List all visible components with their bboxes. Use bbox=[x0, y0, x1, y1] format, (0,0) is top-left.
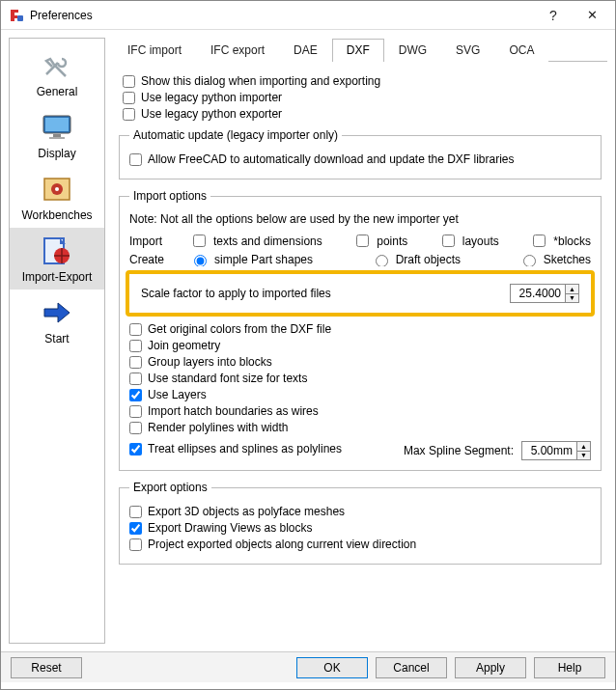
max-spline-input[interactable] bbox=[522, 442, 576, 459]
sidebar-item-start[interactable]: Start bbox=[10, 290, 104, 351]
titlebar: Preferences ? ✕ bbox=[1, 1, 615, 30]
check-project-direction[interactable]: Project exported objects along current v… bbox=[129, 538, 591, 551]
svg-rect-2 bbox=[45, 118, 69, 131]
check-layouts[interactable]: layouts bbox=[438, 232, 499, 250]
scale-factor-spinner[interactable]: ▲▼ bbox=[510, 284, 579, 303]
tab-svg[interactable]: SVG bbox=[441, 39, 494, 62]
check-polyface[interactable]: Export 3D objects as polyface meshes bbox=[129, 505, 591, 518]
label-import: Import bbox=[129, 235, 178, 248]
scale-factor-input[interactable] bbox=[511, 285, 565, 302]
sidebar-item-import-export[interactable]: Import-Export bbox=[10, 228, 104, 290]
highlight-scale-factor: Scale factor to apply to imported files … bbox=[126, 270, 595, 317]
apply-button[interactable]: Apply bbox=[455, 657, 526, 678]
sidebar-item-label: Display bbox=[38, 147, 75, 160]
label-create: Create bbox=[129, 253, 178, 266]
check-legacy-importer[interactable]: Use legacy python importer bbox=[123, 91, 602, 104]
check-show-dialog[interactable]: Show this dialog when importing and expo… bbox=[123, 74, 602, 88]
check-allow-download[interactable]: Allow FreeCAD to automatically download … bbox=[129, 152, 591, 166]
cancel-button[interactable]: Cancel bbox=[376, 657, 447, 678]
check-original-colors[interactable]: Get original colors from the DXF file bbox=[129, 322, 591, 336]
sidebar-item-label: Start bbox=[44, 332, 69, 345]
sidebar: General Display Workbenches Import-Expor… bbox=[9, 38, 105, 644]
tab-dwg[interactable]: DWG bbox=[384, 39, 441, 62]
tools-icon bbox=[38, 48, 76, 83]
arrow-right-icon bbox=[38, 295, 76, 330]
help-button[interactable]: Help bbox=[534, 657, 605, 678]
sidebar-item-label: Workbenches bbox=[21, 208, 92, 222]
svg-rect-3 bbox=[53, 134, 61, 137]
window-title: Preferences bbox=[30, 9, 536, 22]
label-max-spline: Max Spline Segment: bbox=[404, 444, 514, 457]
radio-simple[interactable]: simple Part shapes bbox=[189, 253, 313, 266]
spin-down-icon[interactable]: ▼ bbox=[577, 452, 590, 460]
spin-up-icon[interactable]: ▲ bbox=[577, 442, 590, 452]
check-ellipses-polylines[interactable]: Treat ellipses and splines as polylines bbox=[129, 442, 342, 455]
legend-export: Export options bbox=[129, 481, 211, 494]
tab-bar: IFC import IFC export DAE DXF DWG SVG OC… bbox=[113, 38, 607, 62]
group-auto-update: Automatic update (legacy importer only) … bbox=[119, 128, 602, 179]
import-note: Note: Not all the options below are used… bbox=[129, 212, 591, 226]
sidebar-item-label: General bbox=[37, 85, 78, 98]
svg-rect-0 bbox=[17, 15, 23, 21]
radio-draft[interactable]: Draft objects bbox=[371, 253, 461, 266]
tab-ifc-export[interactable]: IFC export bbox=[196, 39, 279, 62]
check-blocks[interactable]: *blocks bbox=[529, 232, 591, 250]
check-group-layers[interactable]: Group layers into blocks bbox=[129, 355, 591, 369]
svg-rect-4 bbox=[49, 137, 65, 139]
radio-sketches[interactable]: Sketches bbox=[518, 253, 591, 266]
workbench-icon bbox=[38, 172, 76, 207]
max-spline-spinner[interactable]: ▲▼ bbox=[521, 441, 591, 460]
ok-button[interactable]: OK bbox=[296, 657, 368, 678]
help-icon[interactable]: ? bbox=[536, 1, 571, 29]
group-import-options: Import options Note: Not all the options… bbox=[119, 189, 602, 471]
check-std-font[interactable]: Use standard font size for texts bbox=[129, 372, 591, 385]
spin-up-icon[interactable]: ▲ bbox=[566, 285, 578, 294]
tab-panel-dxf: Show this dialog when importing and expo… bbox=[113, 62, 607, 644]
check-drawing-views[interactable]: Export Drawing Views as blocks bbox=[129, 521, 591, 535]
tab-dxf[interactable]: DXF bbox=[332, 39, 384, 62]
dialog-footer: Reset OK Cancel Apply Help bbox=[1, 651, 615, 682]
legend-auto-update: Automatic update (legacy importer only) bbox=[129, 128, 342, 142]
monitor-icon bbox=[38, 110, 76, 145]
app-icon bbox=[9, 8, 24, 23]
reset-button[interactable]: Reset bbox=[11, 657, 82, 678]
tab-ifc-import[interactable]: IFC import bbox=[113, 39, 196, 62]
check-legacy-exporter[interactable]: Use legacy python exporter bbox=[123, 107, 602, 121]
label-scale-factor: Scale factor to apply to imported files bbox=[141, 287, 331, 300]
tab-oca[interactable]: OCA bbox=[494, 39, 548, 62]
check-use-layers[interactable]: Use Layers bbox=[129, 388, 591, 401]
check-texts[interactable]: texts and dimensions bbox=[189, 232, 322, 250]
group-export-options: Export options Export 3D objects as poly… bbox=[119, 481, 602, 565]
sidebar-item-display[interactable]: Display bbox=[10, 104, 104, 166]
svg-point-7 bbox=[55, 187, 59, 191]
close-icon[interactable]: ✕ bbox=[571, 1, 613, 29]
legend-import: Import options bbox=[129, 189, 210, 203]
sidebar-item-label: Import-Export bbox=[22, 270, 93, 284]
spin-down-icon[interactable]: ▼ bbox=[566, 294, 578, 303]
check-points[interactable]: points bbox=[352, 232, 407, 250]
import-export-icon bbox=[38, 234, 76, 268]
check-render-polylines[interactable]: Render polylines with width bbox=[129, 421, 591, 434]
sidebar-item-workbenches[interactable]: Workbenches bbox=[10, 166, 104, 228]
sidebar-item-general[interactable]: General bbox=[10, 42, 104, 104]
check-hatch-wires[interactable]: Import hatch boundaries as wires bbox=[129, 404, 591, 418]
check-join-geometry[interactable]: Join geometry bbox=[129, 339, 591, 352]
tab-dae[interactable]: DAE bbox=[279, 39, 332, 62]
